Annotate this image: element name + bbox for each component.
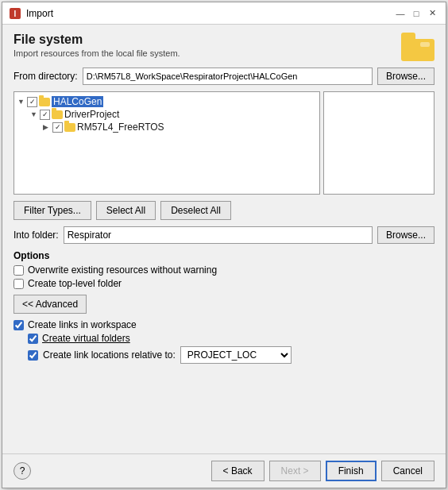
link-locations-checkbox[interactable] — [28, 350, 38, 361]
folder-icon-large — [401, 33, 434, 61]
tree-item-freertos[interactable]: ▶ ✓ RM57L4_FreeRTOS — [43, 121, 316, 133]
back-button[interactable]: < Back — [211, 461, 265, 481]
tree-children-driverproject: ▶ ✓ RM57L4_FreeRTOS — [30, 121, 316, 133]
folder-icon-freertos — [64, 123, 75, 132]
tree-check-halcogen[interactable]: ✓ — [27, 97, 37, 107]
tree-children-halcogen: ▼ ✓ DriverProject ▶ ✓ RM57L4_FreeRTOS — [17, 108, 316, 133]
deselect-all-button[interactable]: Deselect All — [160, 201, 231, 220]
header-section: File system Import resources from the lo… — [14, 33, 434, 61]
link-locations-row: Create link locations relative to: PROJE… — [28, 346, 434, 364]
options-title: Options — [14, 250, 434, 261]
window-title: Import — [26, 8, 388, 19]
maximize-button[interactable]: □ — [409, 6, 423, 21]
tree-label-halcogen[interactable]: HALCoGen — [52, 96, 103, 107]
create-links-row: Create links in workspace — [14, 319, 434, 330]
tree-check-freertos[interactable]: ✓ — [52, 122, 63, 133]
virtual-folders-checkbox[interactable] — [28, 334, 38, 344]
into-folder-input[interactable] — [64, 226, 373, 244]
virtual-folders-label[interactable]: Create virtual folders — [42, 333, 130, 344]
top-level-label[interactable]: Create top-level folder — [28, 278, 122, 289]
overwrite-checkbox[interactable] — [14, 265, 24, 276]
into-folder-label: Into folder: — [14, 230, 59, 241]
tree-label-freertos[interactable]: RM57L4_FreeRTOS — [77, 122, 164, 133]
link-locations-label[interactable]: Create link locations relative to: — [43, 349, 176, 361]
into-folder-browse-button[interactable]: Browse... — [377, 226, 434, 244]
into-folder-row: Into folder: Browse... — [14, 226, 434, 244]
from-directory-row: From directory: D:\RM57L8_WorkSpace\Resp… — [14, 68, 434, 85]
title-controls: — □ ✕ — [393, 6, 439, 21]
tree-label-driverproject[interactable]: DriverProject — [64, 109, 119, 120]
minimize-button[interactable]: — — [393, 6, 407, 21]
filter-types-button[interactable]: Filter Types... — [14, 201, 91, 220]
close-button[interactable]: ✕ — [425, 6, 439, 21]
tree-item-halcogen[interactable]: ▼ ✓ HALCoGen — [17, 95, 316, 108]
next-button[interactable]: Next > — [269, 461, 321, 481]
overwrite-label[interactable]: Overwrite existing resources without war… — [28, 264, 217, 276]
virtual-folders-row: Create virtual folders — [28, 333, 434, 344]
folder-icon-halcogen — [39, 98, 50, 106]
cancel-button[interactable]: Cancel — [381, 461, 434, 481]
from-directory-combo[interactable]: D:\RM57L8_WorkSpace\RespiratorProject\HA… — [83, 68, 373, 85]
options-section: Options Overwrite existing resources wit… — [14, 250, 434, 366]
tree-panel-row: ▼ ✓ HALCoGen ▼ ✓ DriverProject — [14, 91, 434, 195]
header-text: File system Import resources from the lo… — [14, 33, 180, 58]
link-locations-select[interactable]: PROJECT_LOC — [180, 346, 292, 364]
action-buttons-row: Filter Types... Select All Deselect All — [14, 201, 434, 220]
top-level-checkbox[interactable] — [14, 279, 24, 289]
svg-text:I: I — [14, 10, 17, 18]
create-links-checkbox[interactable] — [14, 320, 24, 330]
tree-check-driverproject[interactable]: ✓ — [40, 110, 50, 120]
file-tree-panel[interactable]: ▼ ✓ HALCoGen ▼ ✓ DriverProject — [14, 91, 320, 195]
advanced-button[interactable]: << Advanced — [14, 295, 87, 314]
from-directory-browse-button[interactable]: Browse... — [377, 68, 434, 85]
dialog-content: File system Import resources from the lo… — [2, 25, 446, 453]
tree-expand-driverproject[interactable]: ▼ — [30, 110, 38, 118]
create-links-label[interactable]: Create links in workspace — [28, 319, 137, 330]
import-dialog: I Import — □ ✕ File system Import resour… — [2, 2, 446, 488]
help-button[interactable]: ? — [14, 462, 31, 480]
header-subtitle: Import resources from the local file sys… — [14, 48, 180, 58]
right-panel — [323, 91, 434, 195]
top-level-row: Create top-level folder — [14, 278, 434, 289]
import-icon: I — [9, 7, 21, 20]
overwrite-row: Overwrite existing resources without war… — [14, 264, 434, 276]
select-all-button[interactable]: Select All — [96, 201, 156, 220]
tree-item-driverproject[interactable]: ▼ ✓ DriverProject — [30, 108, 316, 121]
tree-expand-freertos[interactable]: ▶ — [43, 123, 51, 131]
dialog-footer: ? < Back Next > Finish Cancel — [2, 453, 446, 488]
header-title: File system — [14, 33, 180, 47]
tree-expand-halcogen[interactable]: ▼ — [17, 98, 25, 106]
folder-icon-driverproject — [52, 110, 63, 119]
title-bar: I Import — □ ✕ — [2, 2, 446, 25]
finish-button[interactable]: Finish — [326, 461, 377, 481]
from-directory-label: From directory: — [14, 71, 78, 82]
